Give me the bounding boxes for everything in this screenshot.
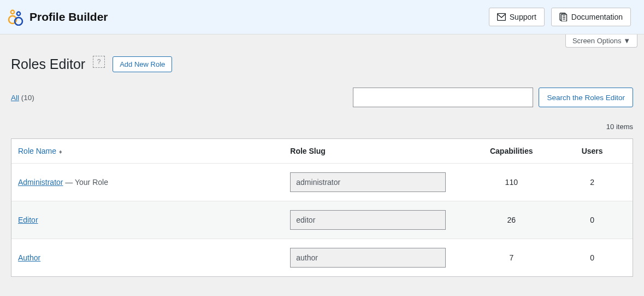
role-caps: 110 [471, 164, 552, 201]
screen-options-label: Screen Options [572, 37, 622, 45]
filter-all-link[interactable]: All [11, 94, 19, 102]
support-button[interactable]: Support [489, 8, 545, 26]
sort-indicator-icon: ♦ [57, 148, 62, 155]
screen-options-wrap: Screen Options ▼ [0, 34, 644, 48]
help-icon[interactable]: ? [93, 56, 105, 68]
table-row: Editor 26 0 [11, 201, 633, 239]
role-link[interactable]: Administrator [18, 178, 63, 187]
your-role-badge: — Your Role [63, 178, 108, 187]
brand-logo-icon [7, 8, 24, 26]
roles-table-wrap: Role Name ♦ Role Slug Capabilities Users… [11, 138, 633, 277]
add-new-role-button[interactable]: Add New Role [113, 56, 172, 72]
brand-title: Profile Builder [29, 10, 108, 24]
search-input[interactable] [353, 88, 533, 107]
search-area: Search the Roles Editor [353, 88, 633, 107]
svg-point-2 [17, 12, 20, 15]
filter-row: All (10) Search the Roles Editor [0, 88, 644, 113]
role-users: 0 [552, 239, 633, 277]
documentation-button[interactable]: Documentation [551, 8, 631, 26]
mail-icon [497, 13, 506, 21]
th-users: Users [552, 139, 633, 164]
role-slug-input[interactable] [290, 172, 446, 192]
page-head: Roles Editor ? Add New Role [0, 48, 644, 88]
th-role-slug: Role Slug [285, 139, 471, 164]
role-caps: 7 [471, 239, 552, 277]
support-label: Support [510, 13, 536, 21]
role-users: 0 [552, 201, 633, 239]
brand: Profile Builder [7, 8, 108, 26]
th-capabilities: Capabilities [471, 139, 552, 164]
svg-point-0 [11, 10, 14, 14]
role-users: 2 [552, 164, 633, 201]
svg-rect-4 [497, 14, 505, 21]
documentation-label: Documentation [571, 13, 623, 21]
top-bar: Profile Builder Support Documentation [0, 0, 644, 34]
top-actions: Support Documentation [489, 8, 631, 26]
search-roles-button[interactable]: Search the Roles Editor [539, 88, 633, 107]
role-caps: 26 [471, 201, 552, 239]
table-row: Author 7 0 [11, 239, 633, 277]
role-link[interactable]: Author [18, 253, 40, 262]
table-header-row: Role Name ♦ Role Slug Capabilities Users [11, 139, 633, 164]
filter-status: All (10) [11, 94, 34, 102]
document-icon [559, 13, 568, 21]
role-slug-input[interactable] [290, 210, 446, 230]
role-link[interactable]: Editor [18, 216, 38, 224]
th-role-name[interactable]: Role Name ♦ [11, 139, 285, 164]
table-row: Administrator — Your Role 110 2 [11, 164, 633, 201]
filter-all-count: (10) [21, 94, 34, 102]
page-title: Roles Editor [11, 56, 85, 72]
chevron-down-icon: ▼ [623, 37, 630, 45]
items-count: 10 items [0, 113, 644, 138]
screen-options-toggle[interactable]: Screen Options ▼ [565, 34, 637, 48]
role-slug-input[interactable] [290, 248, 446, 268]
roles-table: Role Name ♦ Role Slug Capabilities Users… [11, 139, 633, 276]
th-role-name-label: Role Name [18, 147, 56, 155]
